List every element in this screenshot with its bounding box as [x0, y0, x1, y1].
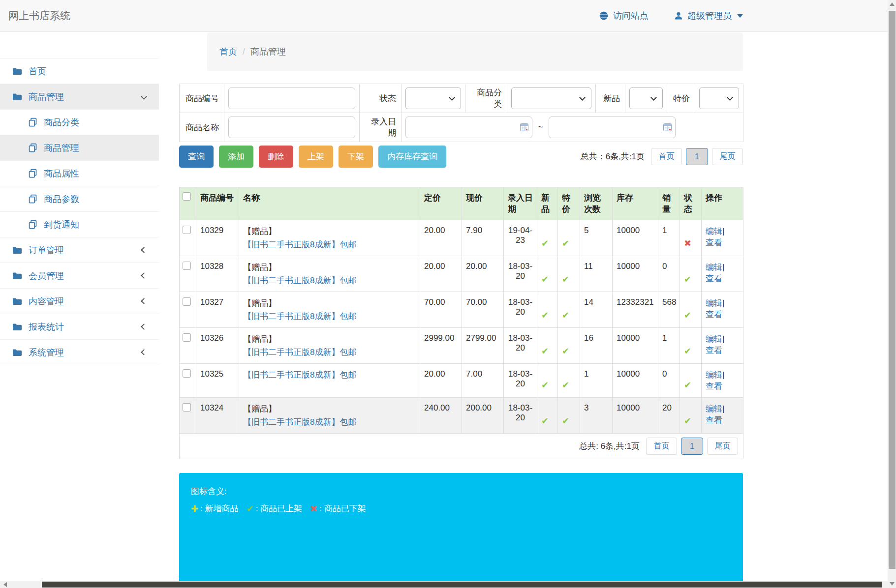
edit-link[interactable]: 编辑 [706, 334, 722, 344]
date-to-input[interactable] [549, 117, 676, 138]
horizontal-scrollbar-thumb[interactable] [42, 582, 882, 588]
new-label: 新品 [596, 84, 625, 113]
sidebar-items: 首页商品管理商品分类商品管理商品属性商品参数到货通知订单管理会员管理内容管理报表… [0, 58, 159, 365]
view-link[interactable]: 查看 [706, 310, 722, 319]
date-cell: 18-03-20 [504, 292, 537, 328]
product-link[interactable]: 【旧书二手书正版8成新】包邮 [243, 370, 356, 380]
product-name-cell: 【旧书二手书正版8成新】包邮 [239, 364, 420, 398]
product-link[interactable]: 【旧书二手书正版8成新】包邮 [243, 312, 356, 321]
view-link[interactable]: 查看 [706, 415, 722, 425]
check-icon: ✔ [247, 503, 254, 514]
toolbar-button-下架[interactable]: 下架 [339, 146, 373, 168]
row-checkbox[interactable] [183, 333, 191, 342]
current-page-button[interactable]: 1 [686, 148, 708, 165]
chevron-left-icon [141, 247, 147, 253]
last-page-button[interactable]: 尾页 [712, 148, 743, 165]
select-all-checkbox[interactable] [183, 192, 191, 201]
toolbar-button-添加[interactable]: 添加 [219, 146, 253, 168]
status-select[interactable] [405, 88, 461, 109]
edit-link[interactable]: 编辑 [706, 370, 722, 380]
row-select-cell [180, 398, 196, 434]
col-actions: 操作 [702, 187, 743, 220]
special-select[interactable] [699, 88, 739, 109]
sidebar-item-商品属性[interactable]: 商品属性 [0, 161, 159, 186]
sales-cell: 20 [658, 398, 680, 434]
product-name-prefix: 【赠品】 [243, 262, 416, 273]
first-page-button[interactable]: 首页 [651, 148, 682, 165]
edit-link[interactable]: 编辑 [706, 227, 722, 236]
sidebar-item-商品参数[interactable]: 商品参数 [0, 186, 159, 212]
toolbar-button-上架[interactable]: 上架 [299, 146, 333, 168]
product-id-input[interactable] [228, 88, 355, 109]
legend-title: 图标含义: [191, 486, 743, 497]
product-link[interactable]: 【旧书二手书正版8成新】包邮 [243, 240, 356, 249]
edit-link[interactable]: 编辑 [706, 404, 722, 413]
toolbar-button-删除[interactable]: 删除 [259, 146, 293, 168]
row-checkbox[interactable] [183, 226, 191, 234]
toolbar-button-查询[interactable]: 查询 [179, 146, 214, 168]
vertical-scrollbar[interactable] [888, 0, 896, 588]
product-name-input[interactable] [228, 117, 355, 138]
sidebar-item-到货通知[interactable]: 到货通知 [0, 212, 159, 237]
sidebar-item-报表统计[interactable]: 报表统计 [0, 314, 159, 340]
view-link[interactable]: 查看 [706, 346, 722, 355]
stock-cell: 12332321 [613, 292, 658, 328]
category-select[interactable] [511, 88, 591, 109]
sidebar-item-系统管理[interactable]: 系统管理 [0, 340, 159, 365]
new-select[interactable] [629, 88, 663, 109]
stock-cell: 10000 [613, 328, 658, 364]
sidebar-item-订单管理[interactable]: 订单管理 [0, 237, 159, 263]
row-select-cell [180, 364, 196, 398]
row-checkbox[interactable] [183, 369, 191, 378]
check-icon: ✔ [541, 346, 549, 356]
sidebar-item-会员管理[interactable]: 会员管理 [0, 263, 159, 289]
sidebar-item-商品管理[interactable]: 商品管理 [0, 84, 159, 110]
product-link[interactable]: 【旧书二手书正版8成新】包邮 [243, 276, 356, 285]
cross-icon: ✖ [310, 503, 317, 514]
view-link[interactable]: 查看 [706, 274, 722, 283]
legend-panel: 图标含义: ✚: 新增商品✔: 商品已上架✖: 商品已下架 [179, 473, 743, 588]
sidebar-item-首页[interactable]: 首页 [0, 59, 159, 84]
legend-item-text: : 商品已下架 [319, 503, 366, 514]
sidebar-item-内容管理[interactable]: 内容管理 [0, 289, 159, 314]
legend-item: ✔: 商品已上架 [247, 503, 303, 514]
user-menu[interactable]: 超级管理员 [674, 10, 743, 22]
view-link[interactable]: 查看 [706, 382, 722, 391]
table-row: 10326【赠品】【旧书二手书正版8成新】包邮2999.002799.0018-… [180, 328, 743, 364]
last-page-button[interactable]: 尾页 [707, 438, 738, 455]
list-price-cell: 2999.00 [420, 328, 462, 364]
scroll-left-icon[interactable] [1, 581, 9, 588]
sidebar-item-label: 商品分类 [44, 117, 79, 128]
edit-link[interactable]: 编辑 [706, 263, 722, 272]
product-id-cell: 10326 [196, 328, 239, 364]
edit-link[interactable]: 编辑 [706, 298, 722, 308]
product-link[interactable]: 【旧书二手书正版8成新】包邮 [243, 348, 356, 357]
row-checkbox[interactable] [183, 297, 191, 306]
current-page-button[interactable]: 1 [681, 438, 703, 455]
first-page-button[interactable]: 首页 [646, 438, 677, 455]
horizontal-scrollbar[interactable] [0, 581, 888, 588]
list-price-cell: 20.00 [420, 220, 462, 256]
main-content: 首页 / 商品管理 商品编号 状态 商品分类 新品 特价 商品名称 [179, 32, 743, 588]
sidebar-item-label: 订单管理 [29, 244, 64, 256]
product-link[interactable]: 【旧书二手书正版8成新】包邮 [243, 417, 356, 427]
toolbar-button-内存库存查询[interactable]: 内存库存查询 [378, 146, 446, 168]
row-checkbox[interactable] [183, 403, 191, 412]
date-from-input[interactable] [405, 117, 532, 138]
list-price-cell: 240.00 [420, 398, 462, 434]
sidebar-item-商品分类[interactable]: 商品分类 [0, 110, 159, 135]
breadcrumb-home-link[interactable]: 首页 [219, 46, 237, 58]
scroll-up-icon[interactable] [888, 0, 896, 8]
vertical-scrollbar-thumb[interactable] [889, 11, 896, 569]
scroll-down-icon[interactable] [888, 580, 896, 588]
sidebar-item-商品管理[interactable]: 商品管理 [0, 135, 159, 161]
visit-site-link[interactable]: 访问站点 [599, 10, 649, 22]
view-link[interactable]: 查看 [706, 238, 722, 247]
actions-cell: 编辑|查看 [702, 398, 743, 434]
row-checkbox[interactable] [183, 262, 191, 270]
legend-item: ✖: 商品已下架 [310, 503, 366, 514]
col-sales: 销量 [658, 187, 680, 220]
folder-icon [12, 348, 22, 356]
price-cell: 7.00 [462, 364, 504, 398]
actions-cell: 编辑|查看 [702, 364, 743, 398]
